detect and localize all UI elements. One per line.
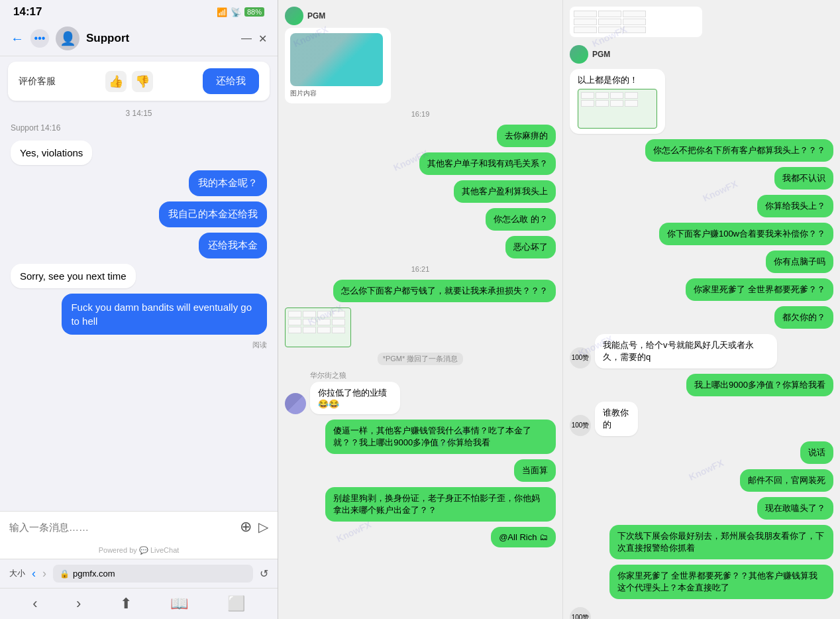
pgm-attachment bbox=[578, 89, 657, 129]
list-item: Sorry, see you next time bbox=[11, 264, 136, 288]
url-bar[interactable]: 🔒 pgmfx.com bbox=[53, 565, 253, 583]
avatar-icon: 👤 bbox=[60, 30, 76, 46]
system-message: *PGM* 撤回了一条消息 bbox=[378, 353, 464, 365]
user-avatar bbox=[285, 393, 306, 414]
user-message2: 谁教你的 bbox=[595, 402, 645, 436]
middle-panel: KnowFX KnowFX KnowFX KnowFX KnowFX PGM 图… bbox=[278, 0, 563, 619]
list-item: 怎么你下面客户都亏钱了，就要让我来承担损失？？？ bbox=[333, 280, 556, 302]
size-label: 大小 bbox=[9, 568, 25, 579]
user-message-row: 100赞 我能点号，给个v号就能凤好几天或者永久，需要的q bbox=[570, 334, 833, 368]
pgm-name: PGM bbox=[307, 11, 325, 21]
wifi-icon: 📡 bbox=[231, 7, 241, 17]
list-item: 你怎么不把你名下所有客户都算我头上？？？ bbox=[645, 139, 833, 162]
list-item: 你拉低了他的业绩😂😂 bbox=[310, 382, 400, 414]
chat-header: ← ••• 👤 Support — ✕ bbox=[0, 21, 278, 56]
lock-icon: 🔒 bbox=[60, 569, 70, 579]
browser-nav-forward-icon[interactable]: › bbox=[76, 595, 81, 612]
browser-nav-back-icon[interactable]: ‹ bbox=[32, 595, 37, 612]
browser-share-icon[interactable]: ⬆ bbox=[120, 595, 132, 612]
spreadsheet-thumbnail bbox=[285, 308, 351, 347]
browser-forward-button[interactable]: › bbox=[42, 567, 46, 581]
list-item: 谁教你的 bbox=[595, 402, 638, 436]
list-item: 你家里死爹了 全世界都要死爹？？ bbox=[686, 278, 833, 301]
list-item: 其他客户单子和我有鸡毛关系？ bbox=[419, 152, 556, 175]
browser-back-button[interactable]: ‹ bbox=[32, 567, 36, 581]
list-item: 都欠你的？ bbox=[774, 306, 833, 329]
user-message-row: 华尔街之狼 你拉低了他的业绩😂😂 bbox=[285, 370, 556, 414]
pgm-image-card: 图片内容 bbox=[285, 28, 391, 103]
livechat-brand: 💬 bbox=[139, 546, 150, 554]
pgm-message-header: PGM bbox=[570, 45, 833, 64]
watermark: KnowFX bbox=[335, 519, 373, 544]
signal-icon: 📶 bbox=[217, 7, 227, 17]
status-bar: 14:17 📶 📡 88% bbox=[0, 0, 278, 21]
list-item: 我自己的本金还给我 bbox=[159, 201, 267, 227]
read-label: 阅读 bbox=[252, 340, 267, 350]
list-item: 我能点号，给个v号就能凤好几天或者永久，需要的q bbox=[595, 334, 777, 368]
powered-by: Powered by 💬 LiveChat bbox=[0, 542, 278, 559]
minimize-button[interactable]: — bbox=[241, 32, 252, 44]
browser-bottom-toolbar: ‹ › ⬆ 📖 ⬜ bbox=[0, 588, 278, 619]
browser-tabs-icon[interactable]: ⬜ bbox=[227, 595, 245, 612]
list-item: 邮件不回，官网装死 bbox=[740, 469, 833, 492]
rating-bar: 评价客服 👍 👎 还给我 bbox=[8, 62, 270, 101]
list-item: 你有点脑子吗 bbox=[766, 251, 833, 273]
list-item: 说话 bbox=[800, 441, 833, 464]
send-button[interactable]: ▷ bbox=[258, 519, 268, 535]
far-right-panel: KnowFX KnowFX KnowFX KnowFX PGM 以上都是你的！ … bbox=[563, 0, 840, 619]
user-name: 华尔街之狼 bbox=[310, 370, 416, 380]
pgm-avatar bbox=[570, 45, 588, 64]
list-item: 你怎么敢 的？ bbox=[486, 208, 556, 231]
close-button[interactable]: ✕ bbox=[258, 32, 267, 45]
list-item: 去你麻痹的 bbox=[497, 125, 556, 147]
header-actions: — ✕ bbox=[241, 32, 267, 45]
user-message: 我能点号，给个v号就能凤好几天或者永久，需要的q bbox=[595, 334, 810, 368]
list-item: 别趁里狗剥，换身份证，老子身正不怕影子歪，你他妈拿出来哪个账户出金了？？ bbox=[325, 487, 556, 522]
list-item: Yes, violations bbox=[11, 141, 92, 165]
user-message-row2: 100赞 谁教你的 bbox=[570, 402, 833, 436]
image-caption: 图片内容 bbox=[290, 89, 386, 98]
list-item: 你家里死爹了 全世界都要死爹？？其他客户赚钱算我这个代理头上？本金直接吃了 bbox=[609, 565, 833, 599]
thumbdown-button[interactable]: 👎 bbox=[132, 71, 153, 92]
list-item: 我上哪出9000多净值？你算给我看 bbox=[686, 374, 833, 396]
support-info: Support 14:16 bbox=[0, 121, 278, 135]
top-image-card bbox=[570, 7, 702, 37]
browser-bookmark-icon[interactable]: 📖 bbox=[170, 595, 188, 612]
timestamp: 16:21 bbox=[285, 265, 556, 273]
pgm-name: PGM bbox=[592, 50, 610, 59]
message-input[interactable] bbox=[9, 522, 233, 533]
messages-area: Yes, violations 我的本金呢？ 我自己的本金还给我 还给我本金 S… bbox=[0, 135, 278, 511]
chat-title: Support bbox=[86, 32, 235, 45]
list-item: 我都不认识 bbox=[774, 167, 833, 190]
list-item: 其他客户盈利算我头上 bbox=[454, 180, 556, 203]
watermark: KnowFX bbox=[687, 457, 725, 482]
pgm-header-row: PGM bbox=[285, 7, 556, 25]
return-button[interactable]: 还给我 bbox=[203, 68, 259, 94]
pgm-image-message: PGM 图片内容 bbox=[285, 7, 556, 103]
list-item: 下次线下展会你最好别去，郑州展会我朋友看你了，下次直接报警给你抓着 bbox=[609, 525, 833, 559]
pgm-avatar bbox=[285, 7, 303, 25]
input-area: ⊕ ▷ bbox=[0, 511, 278, 542]
table-image bbox=[574, 11, 698, 33]
thumbup-button[interactable]: 👍 bbox=[105, 71, 127, 92]
list-item: 我的本金呢？ bbox=[189, 170, 267, 196]
rating-label: 评价客服 bbox=[19, 76, 56, 87]
list-item: Fuck you damn bandits will eventually go… bbox=[62, 294, 267, 335]
allrich-message bbox=[285, 308, 556, 347]
list-item: 你下面客户赚100w合着要我来补偿你？？ bbox=[659, 223, 833, 245]
list-item: 现在敢嗑头了？ bbox=[757, 497, 833, 520]
list-item: 你算给我头上？ bbox=[757, 195, 833, 217]
status-icons: 📶 📡 88% bbox=[217, 7, 264, 17]
list-item: 还给我本金 bbox=[199, 233, 267, 258]
refresh-button[interactable]: ↺ bbox=[260, 567, 268, 580]
back-button[interactable]: ← bbox=[11, 31, 24, 46]
list-item: 以上都是你的！ bbox=[570, 69, 665, 134]
spreadsheet-thumb bbox=[578, 89, 657, 129]
landscape-image bbox=[290, 33, 383, 86]
user-avatar-100b: 100赞 bbox=[570, 415, 591, 436]
battery-indicator: 88% bbox=[244, 7, 264, 17]
timestamp: 16:19 bbox=[285, 110, 556, 118]
more-button[interactable]: ••• bbox=[30, 29, 49, 48]
add-attachment-button[interactable]: ⊕ bbox=[240, 518, 252, 535]
bottom-avatar: 100赞 bbox=[570, 607, 591, 619]
